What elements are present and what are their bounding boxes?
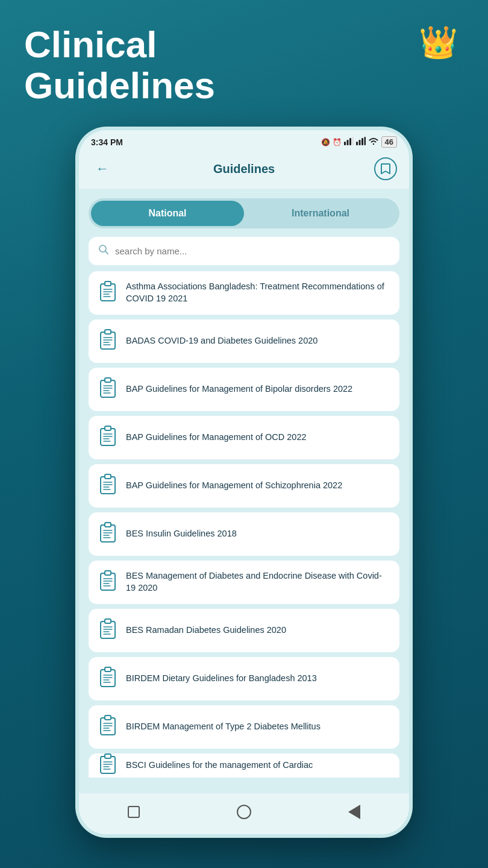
list-item-text: BAP Guidelines for Management of Bipolar… (126, 383, 352, 395)
list-item[interactable]: BIRDEM Dietary Guidelines for Bangladesh… (89, 657, 399, 700)
svg-rect-16 (101, 332, 115, 349)
square-icon (128, 806, 140, 818)
crown-icon: 👑 (419, 24, 458, 61)
clipboard-icon (98, 618, 117, 643)
triangle-icon (348, 805, 360, 819)
svg-rect-70 (101, 756, 115, 773)
svg-rect-3 (352, 137, 354, 145)
svg-rect-23 (105, 378, 111, 382)
circle-icon (237, 805, 251, 819)
svg-rect-64 (101, 718, 115, 735)
svg-rect-59 (105, 667, 111, 671)
list-item-text: Asthma Associations Bangladesh: Treatmen… (126, 281, 390, 304)
wifi-icon (368, 137, 379, 147)
svg-rect-10 (101, 284, 115, 301)
clipboard-icon (98, 377, 117, 401)
svg-rect-40 (101, 525, 115, 542)
list-item-text: BES Management of Diabetes and Endocrine… (126, 570, 390, 594)
svg-rect-22 (101, 380, 115, 397)
nav-square-button[interactable] (124, 802, 144, 822)
nav-home-button[interactable] (234, 802, 254, 822)
signal-icon-1 (344, 137, 354, 147)
svg-rect-11 (105, 281, 111, 286)
clipboard-icon (98, 329, 117, 353)
list-item[interactable]: BES Management of Diabetes and Endocrine… (89, 561, 399, 604)
svg-rect-71 (105, 754, 111, 758)
clipboard-icon (98, 667, 117, 691)
list-item-text: BAP Guidelines for Management of OCD 202… (126, 432, 307, 444)
list-item-text: BADAS COVID-19 and Diabetes Guidelines 2… (126, 335, 318, 347)
list-item-text: BSCI Guidelines for the management of Ca… (126, 760, 313, 772)
guidelines-list: Asthma Associations Bangladesh: Treatmen… (79, 271, 409, 793)
svg-rect-0 (344, 142, 346, 145)
clipboard-icon (98, 570, 117, 594)
search-bar (89, 237, 399, 265)
list-item-text: BIRDEM Management of Type 2 Diabetes Mel… (126, 721, 321, 733)
list-item[interactable]: BAP Guidelines for Management of Bipolar… (89, 368, 399, 411)
list-item-text: BES Ramadan Diabetes Guidelines 2020 (126, 624, 286, 637)
svg-rect-34 (101, 477, 115, 494)
nav-back-button[interactable] (344, 802, 364, 822)
search-icon (98, 244, 109, 258)
search-input[interactable] (115, 246, 390, 256)
svg-rect-35 (105, 474, 111, 479)
list-item[interactable]: BSCI Guidelines for the management of Ca… (89, 753, 399, 778)
page-title: Clinical Guidelines (24, 24, 215, 106)
list-item[interactable]: BAP Guidelines for Management of Schizop… (89, 464, 399, 508)
phone-mockup: 3:34 PM 🔕 ⏰ 46 ← Guidelines (75, 127, 413, 838)
clipboard-icon (98, 426, 117, 450)
list-item[interactable]: BADAS COVID-19 and Diabetes Guidelines 2… (89, 319, 399, 363)
svg-rect-5 (358, 140, 360, 145)
list-item[interactable]: BES Ramadan Diabetes Guidelines 2020 (89, 609, 399, 652)
alarm-icon: ⏰ (333, 138, 342, 146)
svg-rect-1 (346, 140, 348, 145)
clipboard-icon (98, 522, 117, 546)
svg-rect-46 (101, 573, 115, 590)
bookmark-button[interactable] (374, 157, 397, 180)
mute-icon: 🔕 (321, 138, 330, 146)
svg-rect-52 (101, 621, 115, 638)
clipboard-icon (98, 474, 117, 498)
svg-rect-65 (105, 715, 111, 720)
status-time: 3:34 PM (91, 137, 123, 147)
header-title: Guidelines (213, 162, 275, 176)
clipboard-icon (98, 281, 117, 305)
list-item[interactable]: BAP Guidelines for Management of OCD 202… (89, 416, 399, 459)
svg-rect-53 (105, 619, 111, 623)
status-bar: 3:34 PM 🔕 ⏰ 46 (79, 130, 409, 151)
svg-line-9 (105, 251, 108, 254)
phone-screen: 3:34 PM 🔕 ⏰ 46 ← Guidelines (79, 130, 409, 834)
list-item-text: BAP Guidelines for Management of Schizop… (126, 480, 342, 492)
back-button[interactable]: ← (91, 159, 114, 179)
list-item-text: BES Insulin Guidelines 2018 (126, 528, 237, 540)
svg-rect-29 (105, 426, 111, 430)
svg-rect-7 (364, 137, 366, 145)
clipboard-icon (98, 753, 117, 778)
svg-rect-47 (105, 571, 111, 575)
svg-rect-17 (105, 330, 111, 334)
battery-icon: 46 (381, 136, 397, 148)
list-item-text: BIRDEM Dietary Guidelines for Bangladesh… (126, 673, 317, 685)
list-item[interactable]: Asthma Associations Bangladesh: Treatmen… (89, 271, 399, 315)
list-item[interactable]: BES Insulin Guidelines 2018 (89, 512, 399, 556)
status-icons: 🔕 ⏰ 46 (321, 136, 397, 148)
svg-rect-4 (356, 142, 358, 145)
svg-rect-41 (105, 523, 111, 527)
bottom-navigation (79, 793, 409, 834)
content-area: National International (79, 189, 409, 793)
list-item[interactable]: BIRDEM Management of Type 2 Diabetes Mel… (89, 705, 399, 749)
tab-international[interactable]: International (244, 201, 397, 226)
tab-national[interactable]: National (91, 201, 244, 226)
signal-icon-2 (356, 137, 366, 147)
svg-rect-58 (101, 670, 115, 687)
clipboard-icon (98, 715, 117, 739)
svg-rect-2 (349, 138, 351, 145)
tab-switcher: National International (89, 198, 399, 228)
app-header: ← Guidelines (79, 151, 409, 189)
svg-rect-6 (361, 138, 363, 145)
svg-rect-28 (101, 429, 115, 445)
